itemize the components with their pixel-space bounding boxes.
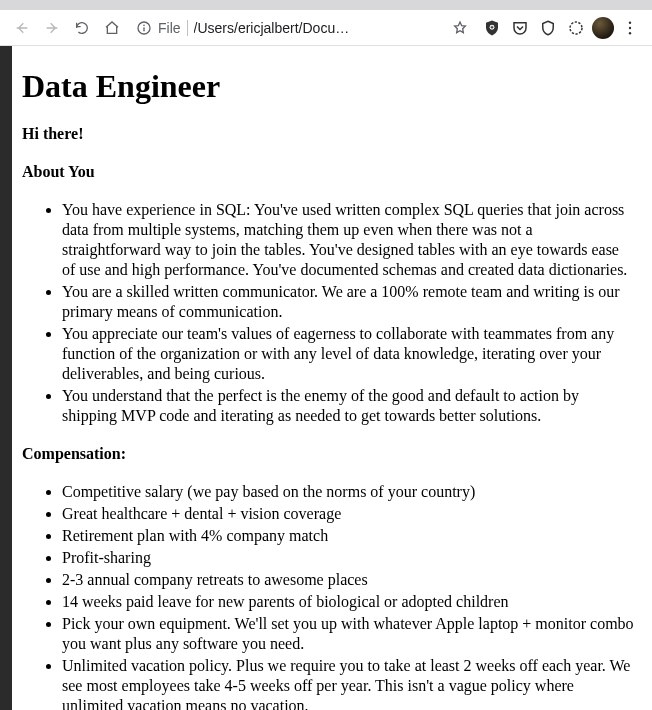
reload-icon [74,20,90,36]
home-button[interactable] [98,14,126,42]
tab-strip [0,0,652,10]
list-item: Pick your own equipment. We'll set you u… [62,614,634,654]
extension-icons [478,16,644,40]
page-title: Data Engineer [22,66,634,106]
pocket-extension-icon[interactable] [508,16,532,40]
reload-button[interactable] [68,14,96,42]
profile-avatar[interactable] [592,17,614,39]
svg-rect-5 [491,26,494,27]
browser-toolbar: File /Users/ericjalbert/Docu… [0,10,652,46]
document-body: Data Engineer Hi there! About You You ha… [12,46,652,710]
kebab-menu-icon [621,19,639,37]
list-item: Competitive salary (we pay based on the … [62,482,634,502]
compensation-heading: Compensation: [22,444,634,464]
forward-button[interactable] [38,14,66,42]
svg-rect-2 [143,27,144,31]
circle-extension-icon[interactable] [564,16,588,40]
left-background-strip [0,46,12,710]
list-item: You are a skilled written communicator. … [62,282,634,322]
list-item: Retirement plan with 4% company match [62,526,634,546]
site-info-icon[interactable] [136,20,152,36]
list-item: Profit-sharing [62,548,634,568]
list-item: 14 weeks paid leave for new parents of b… [62,592,634,612]
about-you-list: You have experience in SQL: You've used … [22,200,634,426]
ublock-extension-icon[interactable] [480,16,504,40]
address-bar[interactable]: File /Users/ericjalbert/Docu… [128,14,476,42]
list-item: You appreciate our team's values of eage… [62,324,634,384]
star-icon [452,20,468,36]
shield-extension-icon[interactable] [536,16,560,40]
svg-point-7 [629,21,631,23]
svg-point-1 [143,24,145,26]
compensation-list: Competitive salary (we pay based on the … [22,482,634,710]
svg-point-6 [570,22,582,34]
menu-button[interactable] [618,16,642,40]
page-viewport[interactable]: Data Engineer Hi there! About You You ha… [12,46,652,710]
list-item: Great healthcare + dental + vision cover… [62,504,634,524]
about-you-heading: About You [22,162,634,182]
arrow-left-icon [14,20,30,36]
url-separator [187,20,188,36]
list-item: Unlimited vacation policy. Plus we requi… [62,656,634,710]
back-button[interactable] [8,14,36,42]
arrow-right-icon [44,20,60,36]
url-path: /Users/ericjalbert/Docu… [194,20,446,36]
list-item: 2-3 annual company retreats to awesome p… [62,570,634,590]
list-item: You have experience in SQL: You've used … [62,200,634,280]
url-scheme: File [158,20,181,36]
svg-point-9 [629,32,631,34]
greeting-heading: Hi there! [22,124,634,144]
svg-point-8 [629,26,631,28]
list-item: You understand that the perfect is the e… [62,386,634,426]
home-icon [104,20,120,36]
bookmark-button[interactable] [452,20,468,36]
